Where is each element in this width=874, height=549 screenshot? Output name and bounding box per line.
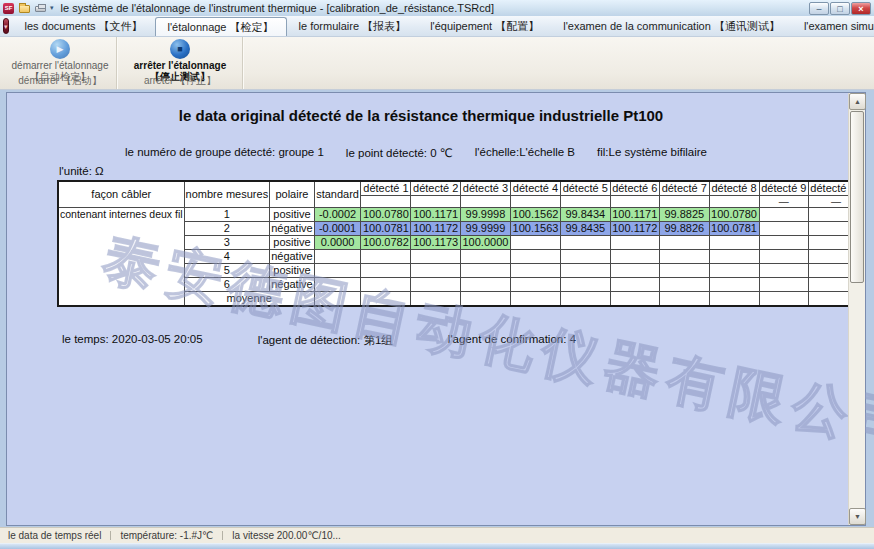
table-cell	[759, 250, 809, 264]
table-cell: négative	[270, 222, 315, 236]
close-button[interactable]: ×	[851, 2, 871, 15]
table-cell: moyenne	[184, 292, 314, 307]
status-bar: le data de temps réel température: -1.#J…	[0, 527, 874, 549]
table-cell: 100.0781	[361, 222, 411, 236]
column-header: détecté 7	[660, 181, 710, 196]
table-cell: positive	[270, 208, 315, 222]
quick-access-dropdown-icon[interactable]: ▾	[50, 4, 54, 12]
table-cell	[460, 250, 510, 264]
unit-label: l'unité: Ω	[59, 165, 104, 177]
table-cell	[561, 292, 611, 307]
point-detected-label: le point détecté: 0 ℃	[346, 146, 453, 160]
table-cell: 99.9998	[460, 208, 510, 222]
open-file-icon[interactable]	[18, 2, 32, 14]
table-cell: 0.0000	[314, 236, 361, 250]
table-cell: 100.1171	[411, 208, 461, 222]
column-header: standard	[314, 181, 361, 208]
minimize-button[interactable]: –	[809, 2, 829, 15]
group-demarrer-caption: démarrer 【启动】	[4, 74, 116, 88]
agent-confirmation-label: l'agent de confirmation: 4	[448, 333, 576, 348]
scrollbar-thumb[interactable]	[850, 111, 864, 283]
table-cell	[709, 196, 759, 208]
vertical-scrollbar[interactable]: ▲ ▼	[848, 93, 865, 525]
tab-formulaire[interactable]: le formulaire 【报表】	[287, 16, 419, 36]
table-cell	[411, 278, 461, 292]
table-cell: 99.8826	[660, 222, 710, 236]
column-header: détecté 5	[561, 181, 611, 196]
table-cell	[759, 264, 809, 278]
table-cell	[411, 250, 461, 264]
table-cell	[561, 264, 611, 278]
table-cell	[660, 278, 710, 292]
table-cell	[460, 196, 510, 208]
table-cell	[561, 236, 611, 250]
tab-communication[interactable]: l'examen de la communication 【通讯测试】	[551, 16, 792, 36]
table-cell	[361, 196, 411, 208]
table-cell: 4	[184, 250, 270, 264]
table-cell	[610, 292, 660, 307]
tab-equipement[interactable]: l'équipement 【配置】	[418, 16, 551, 36]
column-header: détecté 1	[361, 181, 411, 196]
table-cell: 100.1563	[510, 222, 560, 236]
table-cell	[660, 250, 710, 264]
table-cell	[510, 264, 560, 278]
table-cell	[610, 250, 660, 264]
print-icon[interactable]	[34, 2, 48, 14]
table-cell: 99.8435	[561, 222, 611, 236]
tab-examen-simule[interactable]: l'examen simulé 【模拟测试】	[792, 16, 874, 36]
table-cell	[314, 278, 361, 292]
table-cell: 100.1173	[411, 236, 461, 250]
tab-etalonnage[interactable]: l'étalonnage 【检定】	[155, 17, 287, 36]
table-cell	[610, 196, 660, 208]
table-cell	[709, 292, 759, 307]
table-cell	[460, 264, 510, 278]
column-header: façon câbler	[58, 181, 184, 208]
table-cell	[709, 264, 759, 278]
table-cell	[759, 292, 809, 307]
stop-icon: ■	[170, 39, 190, 59]
table-cell: 99.8434	[561, 208, 611, 222]
table-cell: 5	[184, 264, 270, 278]
status-speed-label: la vitesse 200.00℃/10...	[232, 530, 341, 541]
table-cell	[759, 236, 809, 250]
status-separator	[110, 531, 111, 540]
table-cell	[660, 292, 710, 307]
table-cell	[361, 292, 411, 307]
table-cell	[561, 196, 611, 208]
table-cell	[759, 208, 809, 222]
maximize-button[interactable]: □	[830, 2, 850, 15]
table-cell: contenant internes deux fil	[58, 208, 184, 307]
table-cell	[660, 196, 710, 208]
record-footer-row: le temps: 2020-03-05 20:05 l'agent de dé…	[62, 333, 576, 348]
table-cell: 100.0780	[709, 208, 759, 222]
table-cell: 99.8825	[660, 208, 710, 222]
main-panel: le data original détecté de la résistanc…	[6, 92, 866, 526]
column-header: détecté 6	[610, 181, 660, 196]
status-realtime-label: le data de temps réel	[8, 530, 101, 541]
tab-documents[interactable]: les documents 【文件】	[13, 16, 155, 36]
group-arreter-caption: arrêter 【停止】	[118, 74, 242, 88]
group-arreter: ■ arrêter l'étalonnage 【停止测试】 arrêter 【停…	[118, 37, 243, 89]
table-cell	[411, 292, 461, 307]
scroll-down-icon[interactable]: ▼	[849, 508, 866, 525]
table-cell	[709, 250, 759, 264]
table-cell: -0.0002	[314, 208, 361, 222]
table-cell	[561, 278, 611, 292]
table-cell	[460, 292, 510, 307]
group-demarrer: ▶ démarrer l'étalonnage 【自动检定】 démarrer …	[4, 37, 117, 89]
table-cell: 100.0782	[361, 236, 411, 250]
data-table: façon câblernombre mesurespolairestandar…	[57, 180, 865, 307]
table-cell	[314, 292, 361, 307]
table-cell: 100.1171	[610, 208, 660, 222]
application-menu-button[interactable]: ▾	[3, 18, 9, 34]
scroll-up-icon[interactable]: ▲	[849, 93, 866, 110]
table-cell: 100.1562	[510, 208, 560, 222]
table-cell	[709, 278, 759, 292]
table-cell: positive	[270, 236, 315, 250]
column-header: détecté 3	[460, 181, 510, 196]
table-cell	[759, 222, 809, 236]
table-cell	[361, 250, 411, 264]
echelle-label: l'échelle:L'échelle B	[475, 146, 575, 160]
status-bar-strip	[0, 543, 874, 549]
menu-tabs: les documents 【文件】 l'étalonnage 【检定】 le …	[13, 16, 874, 36]
